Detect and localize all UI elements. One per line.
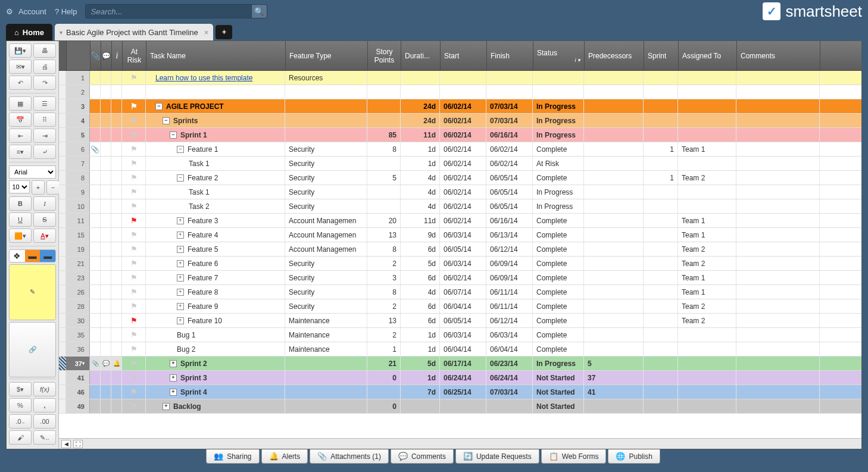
row-number[interactable]: 23 xyxy=(66,271,90,285)
font-size-select[interactable]: 10 xyxy=(9,180,30,193)
row-number[interactable]: 15 xyxy=(66,228,90,242)
table-row[interactable]: 8⚑−Feature 2Security54d06/02/1406/05/14C… xyxy=(59,171,861,185)
italic-button[interactable]: I xyxy=(33,196,56,211)
formula-button[interactable]: f(x) xyxy=(33,382,56,396)
col-info[interactable]: i xyxy=(112,41,123,70)
table-row[interactable]: 26⚑+Feature 8Security84d06/07/1406/11/14… xyxy=(59,285,861,299)
task-name-cell[interactable]: −Sprints xyxy=(146,114,285,127)
redo-button[interactable]: ↷ xyxy=(33,76,56,90)
row-number[interactable]: 49 xyxy=(66,399,90,413)
row-number[interactable]: 7 xyxy=(66,157,90,170)
table-row[interactable]: 15⚑+Feature 4Account Managemen139d06/03/… xyxy=(59,228,861,242)
task-name-cell[interactable] xyxy=(146,85,285,99)
table-row[interactable]: 1⚑Learn how to use this templateResource… xyxy=(59,71,861,85)
flag-icon[interactable]: ⚑ xyxy=(130,259,138,268)
collapse-icon[interactable]: − xyxy=(163,117,170,124)
expand-icon[interactable]: + xyxy=(170,389,177,396)
col-at-risk[interactable]: At Risk xyxy=(123,41,146,70)
row-number[interactable]: 6 xyxy=(66,142,90,156)
table-row[interactable]: 6📎⚑−Feature 1Security81d06/02/1406/02/14… xyxy=(59,142,861,157)
col-discussion[interactable]: 💬 xyxy=(101,41,112,70)
thousands-button[interactable]: , xyxy=(33,398,56,412)
table-row[interactable]: 30⚑+Feature 10Maintenance136d06/05/1406/… xyxy=(59,314,861,328)
task-name-cell[interactable]: −Sprint 1 xyxy=(146,128,285,142)
conditional-format-button[interactable]: ❖ ▬ ▬ xyxy=(9,249,56,262)
col-duration[interactable]: Durati... xyxy=(401,41,441,70)
flag-icon[interactable]: ⚑ xyxy=(130,302,138,311)
format-painter-button[interactable]: 🖌 xyxy=(9,430,32,445)
task-name-cell[interactable]: +Feature 5 xyxy=(146,242,285,256)
comments-tab[interactable]: 💬Comments xyxy=(391,449,454,464)
expand-icon[interactable]: + xyxy=(177,274,184,282)
email-button[interactable]: ✉▾ xyxy=(9,60,32,74)
row-number[interactable]: 9 xyxy=(66,185,90,199)
flag-icon[interactable]: ⚑ xyxy=(130,316,138,325)
flag-icon[interactable]: ⚑ xyxy=(130,187,138,196)
col-assigned-to[interactable]: Assigned To xyxy=(679,41,737,70)
task-name-cell[interactable]: +Feature 8 xyxy=(146,285,285,299)
flag-icon[interactable]: ⚑ xyxy=(130,330,138,339)
search-button[interactable]: 🔍 xyxy=(252,4,267,18)
underline-button[interactable]: U xyxy=(9,212,32,227)
collapse-icon[interactable]: − xyxy=(177,146,184,153)
table-row[interactable]: 23⚑+Feature 7Security36d06/02/1406/09/14… xyxy=(59,271,861,285)
task-name-cell[interactable]: +Feature 3 xyxy=(146,214,285,227)
row-number[interactable]: 4 xyxy=(66,114,90,127)
decrease-decimal-button[interactable]: .0₋ xyxy=(9,414,32,429)
font-family-select[interactable]: Arial xyxy=(9,165,56,179)
update-requests-tab[interactable]: 🔄Update Requests xyxy=(455,449,539,464)
row-number[interactable]: 36 xyxy=(66,342,90,356)
strike-button[interactable]: S xyxy=(33,212,56,227)
publish-tab[interactable]: 🌐Publish xyxy=(608,449,660,464)
row-number[interactable]: 21 xyxy=(66,257,90,270)
expand-icon[interactable]: + xyxy=(177,289,184,296)
sharing-tab[interactable]: 👥Sharing xyxy=(206,449,259,464)
task-name-cell[interactable]: +Sprint 3 xyxy=(146,371,285,385)
table-row[interactable]: 35⚑Bug 1Maintenance21d06/03/1406/03/14Co… xyxy=(59,328,861,342)
flag-icon[interactable]: ⚑ xyxy=(130,387,138,396)
task-name-cell[interactable]: Task 1 xyxy=(146,185,285,199)
expand-button[interactable]: ⛶ xyxy=(73,440,83,448)
fill-color-button[interactable]: 🟧▾ xyxy=(9,229,32,243)
table-row[interactable]: 37 ▾📎💬🔔⚑+Sprint 2215d06/17/1406/23/14In … xyxy=(59,357,861,371)
col-finish[interactable]: Finish xyxy=(487,41,533,70)
task-name-cell[interactable]: +Backlog xyxy=(146,399,285,413)
outdent-button[interactable]: ⇤ xyxy=(9,129,32,143)
font-increase-button[interactable]: + xyxy=(32,180,45,195)
flag-icon[interactable]: ⚑ xyxy=(130,102,138,111)
currency-button[interactable]: $▾ xyxy=(9,382,32,396)
expand-icon[interactable]: + xyxy=(177,303,184,310)
percent-button[interactable]: % xyxy=(9,398,32,412)
table-row[interactable]: 49⚑+Backlog0Not Started xyxy=(59,399,861,414)
collapse-icon[interactable]: − xyxy=(177,174,184,182)
row-number[interactable]: 1 xyxy=(66,71,90,85)
card-view-button[interactable]: ⠿ xyxy=(33,112,56,127)
flag-icon[interactable]: ⚑ xyxy=(130,130,138,139)
task-name-cell[interactable]: −Feature 1 xyxy=(146,142,285,156)
task-name-cell[interactable]: −AGILE PROJECT xyxy=(146,99,285,113)
col-predecessors[interactable]: Predecessors xyxy=(585,41,644,70)
row-number[interactable]: 11 xyxy=(66,214,90,227)
row-number[interactable]: 35 xyxy=(66,328,90,342)
table-row[interactable]: 41⚑+Sprint 301d06/24/1406/24/14Not Start… xyxy=(59,371,861,385)
increase-decimal-button[interactable]: .00 xyxy=(33,414,56,429)
expand-icon[interactable]: + xyxy=(163,403,170,410)
collapse-icon[interactable]: − xyxy=(155,103,163,110)
alerts-tab[interactable]: 🔔Alerts xyxy=(261,449,308,464)
task-name-cell[interactable]: Learn how to use this template xyxy=(146,71,285,85)
flag-icon[interactable]: ⚑ xyxy=(130,230,138,239)
template-help-link[interactable]: Learn how to use this template xyxy=(155,74,252,82)
scroll-left-button[interactable]: ◀ xyxy=(61,440,71,448)
row-number[interactable]: 5 xyxy=(66,128,90,142)
flag-icon[interactable]: ⚑ xyxy=(130,402,138,411)
table-row[interactable]: 19⚑+Feature 5Account Managemen86d06/05/1… xyxy=(59,242,861,257)
flag-icon[interactable]: ⚑ xyxy=(130,173,138,182)
gantt-view-button[interactable]: ☰ xyxy=(33,96,56,111)
task-name-cell[interactable]: −Feature 2 xyxy=(146,171,285,185)
flag-icon[interactable]: ⚑ xyxy=(130,287,138,296)
expand-icon[interactable]: + xyxy=(177,232,184,239)
table-row[interactable]: 46⚑+Sprint 47d06/25/1407/03/14Not Starte… xyxy=(59,385,861,399)
tab-dropdown-icon[interactable]: ▾ xyxy=(60,29,63,36)
expand-icon[interactable]: + xyxy=(177,260,184,267)
table-row[interactable]: 3⚑−AGILE PROJECT24d06/02/1407/03/14In Pr… xyxy=(59,99,861,114)
